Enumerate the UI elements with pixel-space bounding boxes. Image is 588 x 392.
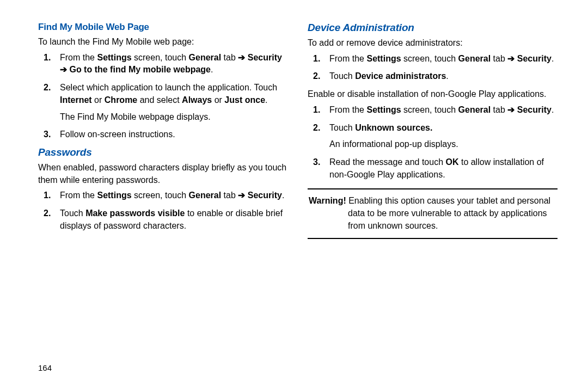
bold-text: Always	[182, 95, 212, 105]
intro-find-my-mobile: To launch the Find My Mobile web page:	[38, 36, 288, 48]
right-column: Device Administration To add or remove d…	[308, 22, 558, 376]
bold-text: Device administrators	[355, 71, 446, 81]
step-subtext: An informational pop-up displays.	[329, 138, 558, 151]
step-subtext: The Find My Mobile webpage displays.	[60, 111, 288, 124]
bold-text: Unknown sources.	[355, 123, 432, 132]
bold-text: General	[458, 105, 491, 114]
text: From the	[60, 53, 97, 62]
arrow-icon: ➔	[60, 65, 67, 74]
step-item: Touch Make passwords visible to enable o…	[60, 207, 288, 232]
text: Touch	[329, 71, 355, 81]
text: Select which application to launch the a…	[60, 83, 277, 92]
intro-device-admin: To add or remove device administrators:	[308, 37, 558, 50]
text: screen, touch	[132, 53, 189, 62]
arrow-icon: ➔	[507, 105, 514, 114]
intro-passwords: When enabled, password characters displa…	[38, 162, 288, 186]
manual-page: Find My Mobile Web Page To launch the Fi…	[0, 0, 588, 392]
bold-text: General	[458, 54, 491, 63]
warning-label: Warning!	[309, 196, 346, 205]
text: screen, touch	[132, 191, 189, 200]
page-number: 164	[38, 363, 52, 372]
step-item: Read the message and touch OK to allow i…	[329, 156, 558, 181]
step-item: From the Settings screen, touch General …	[329, 53, 558, 65]
step-item: From the Settings screen, touch General …	[60, 52, 288, 76]
bold-text: Security	[248, 53, 282, 62]
middle-text: Enable or disable installation of non-Go…	[308, 88, 558, 101]
text: .	[552, 105, 554, 114]
arrow-icon: ➔	[238, 53, 245, 62]
text: tab	[221, 53, 238, 62]
warning-box: Warning! Enabling this option causes you…	[308, 188, 558, 238]
text: .	[265, 95, 267, 105]
bold-text: Settings	[97, 53, 131, 62]
arrow-icon: ➔	[507, 54, 514, 63]
bold-text: Internet	[60, 95, 92, 105]
bold-text: Security	[517, 105, 552, 114]
bold-text: Settings	[97, 191, 131, 200]
text: screen, touch	[401, 105, 458, 114]
bold-text: OK	[445, 157, 458, 167]
bold-text: Chrome	[105, 95, 137, 105]
arrow-icon: ➔	[238, 191, 245, 200]
text: .	[446, 71, 448, 81]
steps-passwords: From the Settings screen, touch General …	[38, 189, 288, 232]
text: and select	[137, 95, 182, 105]
heading-passwords: Passwords	[38, 146, 288, 158]
bold-text: General	[189, 53, 222, 62]
text: .	[282, 191, 284, 200]
bold-text: General	[189, 191, 222, 200]
steps-find-my-mobile: From the Settings screen, touch General …	[38, 52, 288, 141]
text: or	[92, 95, 105, 105]
text: From the	[329, 105, 366, 114]
bold-text: Security	[248, 191, 282, 200]
text: From the	[329, 54, 366, 63]
heading-find-my-mobile: Find My Mobile Web Page	[38, 22, 288, 33]
text: tab	[491, 54, 507, 63]
bold-text: Go to the find My mobile webpage	[69, 65, 211, 74]
warning-content: Warning! Enabling this option causes you…	[309, 195, 556, 232]
text: tab	[221, 191, 238, 200]
step-item: Select which application to launch the a…	[60, 82, 288, 123]
step-item: From the Settings screen, touch General …	[329, 104, 558, 117]
bold-text: Security	[517, 54, 552, 63]
left-column: Find My Mobile Web Page To launch the Fi…	[38, 22, 288, 376]
step-item: Follow on-screen instructions.	[60, 128, 288, 141]
bold-text: Settings	[366, 54, 401, 63]
text: or	[212, 95, 224, 105]
bold-text: Settings	[366, 105, 401, 114]
steps-device-admin-b: From the Settings screen, touch General …	[308, 104, 558, 181]
text: tab	[491, 105, 507, 114]
text: Touch	[60, 209, 85, 218]
text: .	[552, 54, 554, 63]
text: Follow on-screen instructions.	[60, 130, 175, 139]
text: Read the message and touch	[329, 157, 445, 167]
step-item: Touch Device administrators.	[329, 70, 558, 83]
bold-text: Just once	[224, 95, 265, 105]
text: Touch	[329, 123, 355, 132]
text: From the	[60, 191, 97, 200]
step-item: Touch Unknown sources. An informational …	[329, 122, 558, 151]
steps-device-admin-a: From the Settings screen, touch General …	[308, 53, 558, 83]
heading-device-administration: Device Administration	[308, 22, 558, 34]
bold-text: Make passwords visible	[85, 209, 185, 218]
warning-text: Enabling this option causes your tablet …	[346, 196, 550, 230]
text: screen, touch	[401, 54, 458, 63]
text: .	[211, 65, 213, 74]
step-item: From the Settings screen, touch General …	[60, 189, 288, 202]
